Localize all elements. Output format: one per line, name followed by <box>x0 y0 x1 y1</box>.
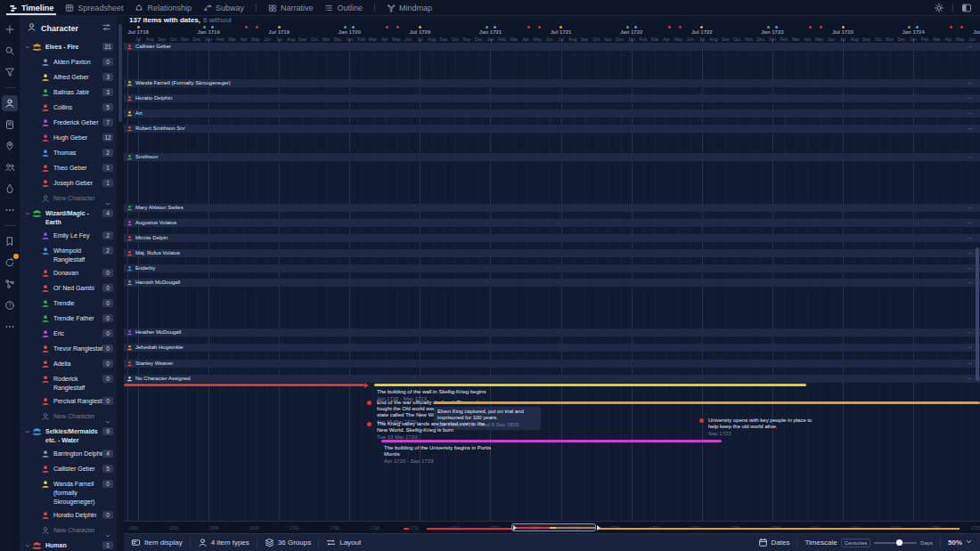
sidebar-character-row[interactable]: Wanda Farnell (formally Skrougeneger)0 <box>20 477 117 508</box>
places-icon[interactable] <box>2 138 18 154</box>
sidebar-character-row[interactable]: Hugh Geber12 <box>20 131 117 146</box>
event-marker-dot[interactable] <box>538 26 541 28</box>
tab-relationship[interactable]: Relationship <box>135 0 192 15</box>
chevron-down-icon[interactable] <box>22 43 32 51</box>
event-marker-dot[interactable] <box>396 26 399 28</box>
lane-collapse-icon[interactable]: – <box>968 264 972 271</box>
lane-collapse-icon[interactable]: – <box>968 43 972 50</box>
event-marker-dot[interactable] <box>203 26 206 28</box>
list-settings-icon[interactable] <box>102 22 111 32</box>
sidebar-new-character-row[interactable]: New Character <box>20 409 117 425</box>
sidebar-group-row[interactable]: Human1 <box>20 539 117 551</box>
lane-collapse-icon[interactable]: – <box>968 375 972 382</box>
event-marker-dot[interactable] <box>137 26 140 28</box>
sidebar-character-row[interactable]: Trendle Father0 <box>20 312 117 327</box>
sidebar-character-row[interactable]: Whimpold Ranglestaff2 <box>20 244 117 266</box>
zoom-dropdown[interactable]: 50% <box>948 538 973 547</box>
sidebar-character-row[interactable]: Theo Geber1 <box>20 161 117 176</box>
chevron-down-icon[interactable] <box>22 209 32 217</box>
sidebar-character-row[interactable]: Adelia0 <box>20 357 117 372</box>
sidebar-character-row[interactable]: Collins5 <box>20 101 117 116</box>
event-marker-dot[interactable] <box>634 26 637 28</box>
sidebar-scrollbar-thumb[interactable] <box>118 24 122 122</box>
event-marker-dot[interactable] <box>527 26 530 28</box>
bookmark-icon[interactable] <box>2 233 18 249</box>
chevron-down-icon[interactable] <box>22 427 32 435</box>
lane-header[interactable]: Robert Smithson Snr– <box>124 125 980 133</box>
notes-icon[interactable] <box>2 117 18 133</box>
sidebar-scrollbar[interactable] <box>117 15 124 551</box>
event-bar-elven-king[interactable] <box>434 401 980 404</box>
lane-collapse-icon[interactable]: – <box>968 328 972 336</box>
lane-header[interactable]: Maj. Rufus Volatus– <box>124 249 980 257</box>
event-marker-dot[interactable] <box>908 26 911 28</box>
sidebar-character-row[interactable]: Percival Ranglestaff0 <box>20 394 117 409</box>
lane-collapse-icon[interactable]: – <box>968 109 972 117</box>
lane-header[interactable]: Jebediah Hogwinkle– <box>124 344 980 352</box>
sidebar-character-row[interactable]: Alfred Geber3 <box>20 70 117 85</box>
event-marker-dot[interactable] <box>960 26 963 28</box>
add-icon[interactable] <box>2 21 18 37</box>
event-marker-dot[interactable] <box>842 26 845 28</box>
sidebar-group-row[interactable]: Wizard/Magic - Earth4 <box>20 207 117 229</box>
event-marker-dot[interactable] <box>626 26 629 28</box>
timescale-slider-knob[interactable] <box>896 539 902 546</box>
lane-collapse-icon[interactable]: – <box>968 219 972 226</box>
event-marker-dot[interactable] <box>775 26 778 28</box>
sidebar-character-row[interactable]: Thomas2 <box>20 146 117 161</box>
item-display-button[interactable]: Item display <box>131 538 183 547</box>
sidebar-group-row[interactable]: Elves - Fire21 <box>20 40 117 55</box>
sidebar-character-row[interactable]: Callister Geber5 <box>20 462 117 477</box>
minimap-viewport[interactable] <box>511 523 596 531</box>
event-marker-dot[interactable] <box>419 26 421 28</box>
groups-button[interactable]: 36 Groups <box>265 538 311 547</box>
lane-collapse-icon[interactable]: – <box>968 344 972 351</box>
event-marker-dot[interactable] <box>809 26 812 28</box>
event-marker-dot[interactable] <box>386 26 388 28</box>
sidebar-character-row[interactable]: Horatio Delphin0 <box>20 508 117 523</box>
minimap-left-handle[interactable] <box>513 525 517 531</box>
filter-icon[interactable] <box>2 64 18 80</box>
event-marker-dot[interactable] <box>950 26 952 28</box>
lane-header[interactable]: Augustus Volatus– <box>124 219 980 227</box>
lane-header[interactable]: No Character Assigned– <box>124 375 980 383</box>
lane-collapse-icon[interactable]: – <box>968 204 972 211</box>
tab-spreadsheet[interactable]: Spreadsheet <box>65 0 123 15</box>
event-marker-dot[interactable] <box>256 26 258 28</box>
event-marker-dot[interactable] <box>916 26 919 28</box>
event-marker-dot[interactable] <box>494 26 496 28</box>
help-icon[interactable]: ? <box>2 297 18 313</box>
more-icon[interactable] <box>2 202 18 218</box>
timeline-vertical-scrollbar[interactable] <box>976 43 979 521</box>
sidebar-character-row[interactable]: Ol' Ned Gambi0 <box>20 281 117 296</box>
sidebar-character-row[interactable]: Emily Le Fey2 <box>20 229 117 244</box>
search-icon[interactable] <box>2 43 18 59</box>
panel-toggle-icon[interactable] <box>961 3 972 13</box>
lane-collapse-icon[interactable]: – <box>968 360 972 367</box>
tab-mindmap[interactable]: Mindmap <box>387 0 432 15</box>
characters-icon[interactable] <box>2 95 18 111</box>
lane-header[interactable]: Horatio Delphin– <box>124 94 980 102</box>
settings-gear-icon[interactable] <box>934 3 944 13</box>
sync-icon[interactable] <box>2 255 18 271</box>
timescale-slider[interactable] <box>874 542 917 544</box>
sidebar-character-row[interactable]: Balinas Jabir3 <box>20 85 117 101</box>
tab-outline[interactable]: Outline <box>324 0 363 15</box>
mindmap-nodes-icon[interactable] <box>2 276 18 292</box>
event-marker-dot[interactable] <box>767 26 770 28</box>
sidebar-character-row[interactable]: Trevor Ranglestaff0 <box>20 342 117 357</box>
lane-header[interactable]: Wanda Farnell (Formally Skrougeneger)– <box>124 79 980 87</box>
tab-subway[interactable]: Subway <box>203 0 244 15</box>
lane-collapse-icon[interactable]: – <box>968 234 972 241</box>
lane-collapse-icon[interactable]: – <box>968 94 972 101</box>
event-marker-dot[interactable] <box>700 26 703 28</box>
chevron-down-icon[interactable] <box>22 541 32 549</box>
event-marker-dot[interactable] <box>668 26 671 28</box>
lane-header[interactable]: Smithson– <box>124 153 980 161</box>
event-marker-dot[interactable] <box>245 26 248 28</box>
lane-header[interactable]: Art– <box>124 109 980 117</box>
sidebar-character-row[interactable]: Alden Paxton0 <box>20 55 117 70</box>
relationships-icon[interactable] <box>2 159 18 175</box>
lane-header[interactable]: Mary Ahlston Swiles– <box>124 204 980 212</box>
event-marker-dot[interactable] <box>559 26 562 28</box>
